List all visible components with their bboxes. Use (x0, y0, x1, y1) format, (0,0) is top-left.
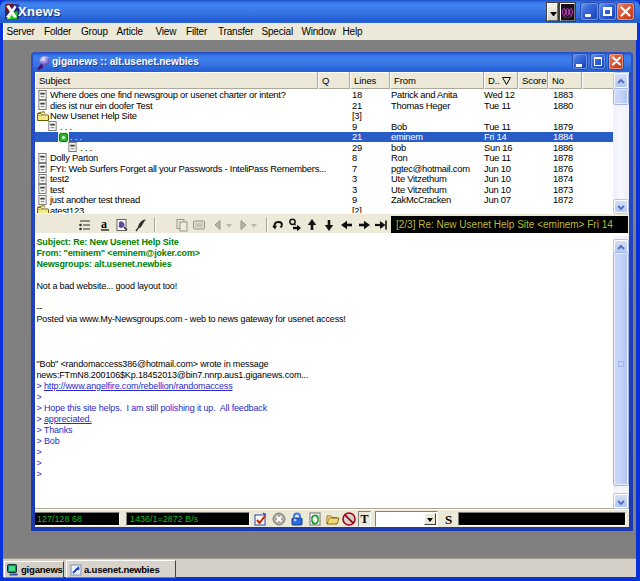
svg-text:a: a (101, 218, 107, 231)
